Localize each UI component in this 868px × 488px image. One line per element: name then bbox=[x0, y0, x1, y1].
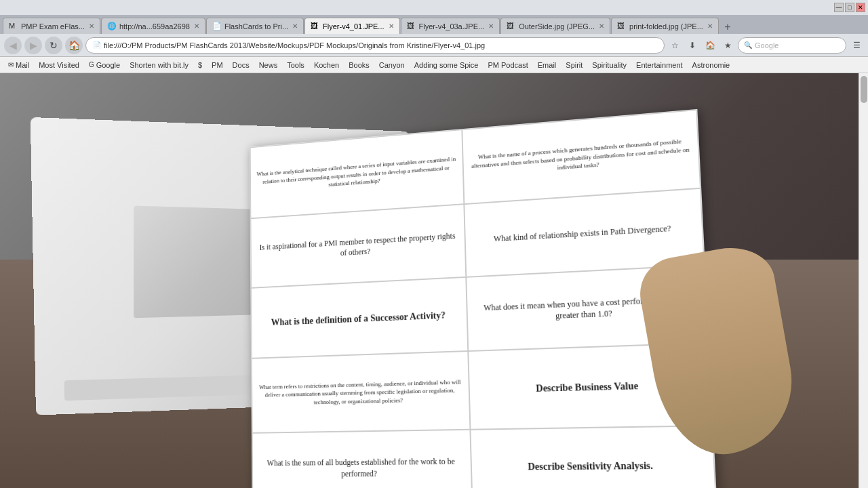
hand-shape bbox=[634, 241, 803, 464]
bookmark-canyon[interactable]: Canyon bbox=[375, 58, 409, 72]
bookmark-tools[interactable]: Tools bbox=[283, 58, 309, 72]
tab-gmail[interactable]: M PMP Exam eFlas... ✕ bbox=[3, 18, 100, 34]
maximize-button[interactable]: □ bbox=[845, 3, 854, 12]
address-text: file:///O:/PM Products/PM FlashCards 201… bbox=[104, 41, 657, 49]
bookmark-canyon-label: Canyon bbox=[379, 61, 405, 69]
bookmark-addspice[interactable]: Adding some Spice bbox=[410, 58, 483, 72]
tab-outerside-close[interactable]: ✕ bbox=[599, 22, 604, 30]
menu-button[interactable]: ☰ bbox=[849, 38, 864, 53]
bookmark-spirit[interactable]: Spirit bbox=[561, 58, 587, 72]
bookmark-entertainment[interactable]: Entertainment bbox=[632, 58, 686, 72]
tab-url-favicon: 🌐 bbox=[107, 22, 117, 31]
bookmark-spirituality[interactable]: Spirituality bbox=[588, 58, 631, 72]
home-button[interactable]: 🏠 bbox=[65, 37, 83, 54]
back-button[interactable]: ◀ bbox=[4, 37, 22, 54]
flyer-cell-1-text: What is the analytical technique called … bbox=[256, 155, 458, 195]
flyer-cell-2-text: What is the name of a process which gene… bbox=[469, 136, 692, 178]
bookmark-books[interactable]: Books bbox=[344, 58, 374, 72]
bookmark-pmpodcast[interactable]: PM Podcast bbox=[484, 58, 532, 72]
tab-active-label: Flyer-v4_01.JPE... bbox=[323, 22, 384, 30]
flyer-cell-4-text: What kind of relationship exists in Path… bbox=[494, 223, 671, 245]
flyer-cell-5: What is the definition of a Successor Ac… bbox=[251, 277, 468, 359]
title-bar: — □ ✕ bbox=[0, 0, 868, 15]
google-icon: G bbox=[89, 61, 94, 68]
new-tab-button[interactable]: + bbox=[719, 20, 736, 34]
tab-flyer03-label: Flyer-v4_03a.JPE... bbox=[419, 22, 485, 30]
bookmark-visited[interactable]: Most Visited bbox=[35, 58, 83, 72]
bookmark-email[interactable]: Email bbox=[534, 58, 561, 72]
bookmark-pm[interactable]: PM bbox=[208, 58, 227, 72]
tab-flashcards-label: FlashCards to Pri... bbox=[224, 22, 288, 30]
bookmark-google[interactable]: G Google bbox=[85, 58, 124, 72]
tab-active-favicon: 🖼 bbox=[311, 22, 320, 31]
tab-printfolded[interactable]: 🖼 print-folded.jpg (JPE... ✕ bbox=[611, 18, 719, 34]
bookmark-visited-label: Most Visited bbox=[39, 61, 79, 69]
bookmark-email-label: Email bbox=[538, 61, 557, 69]
chrome-window: — □ ✕ M PMP Exam eFlas... ✕ 🌐 http://na.… bbox=[0, 0, 868, 488]
flyer-cell-9: What is the sum of all budgets establish… bbox=[252, 430, 473, 488]
downloads-button[interactable]: ⬇ bbox=[685, 38, 700, 53]
bookmark-astronomie[interactable]: Astronomie bbox=[688, 58, 734, 72]
bookmark-pmpodcast-label: PM Podcast bbox=[488, 61, 528, 69]
bookmark-books-label: Books bbox=[349, 61, 370, 69]
tab-url[interactable]: 🌐 http://na...659aa2698 ✕ bbox=[101, 18, 205, 34]
bookmark-docs[interactable]: Docs bbox=[229, 58, 254, 72]
minimize-button[interactable]: — bbox=[834, 3, 844, 12]
content-area: What is the name of a process which gene… bbox=[0, 73, 868, 488]
tab-flyer03-close[interactable]: ✕ bbox=[488, 22, 494, 30]
tab-url-close[interactable]: ✕ bbox=[194, 22, 199, 30]
window-controls: — □ ✕ bbox=[834, 3, 865, 12]
flyer-cell-5-text: What is the definition of a Successor Ac… bbox=[271, 308, 446, 329]
home-btn2[interactable]: 🏠 bbox=[703, 38, 717, 53]
star-icon[interactable]: ★ bbox=[720, 38, 735, 53]
search-box[interactable]: 🔍 Google bbox=[738, 37, 846, 54]
tab-printfolded-favicon: 🖼 bbox=[617, 22, 627, 31]
flyer-cell-8-text: Describe Business Value bbox=[536, 379, 639, 395]
tab-printfolded-close[interactable]: ✕ bbox=[707, 22, 713, 30]
scrollbar[interactable] bbox=[859, 73, 868, 488]
bookmark-docs-label: Docs bbox=[233, 61, 250, 69]
flyer-cell-9-text: What is the sum of all budgets establish… bbox=[258, 455, 465, 480]
bookmark-news[interactable]: News bbox=[255, 58, 282, 72]
hand bbox=[651, 251, 787, 454]
search-placeholder: Google bbox=[755, 41, 778, 49]
bookmark-astronomie-label: Astronomie bbox=[692, 61, 730, 69]
scrollbar-thumb[interactable] bbox=[861, 76, 867, 103]
tab-gmail-label: PMP Exam eFlas... bbox=[21, 22, 85, 30]
tab-url-label: http://na...659aa2698 bbox=[119, 22, 190, 30]
close-button[interactable]: ✕ bbox=[856, 3, 865, 12]
bookmark-pm-label: PM bbox=[212, 61, 223, 69]
address-bar[interactable]: 📄 file:///O:/PM Products/PM FlashCards 2… bbox=[85, 37, 665, 54]
tab-flashcards-close[interactable]: ✕ bbox=[292, 22, 298, 30]
search-icon: 🔍 bbox=[744, 41, 752, 49]
flyer-cell-3-text: Is it aspirational for a PMI member to r… bbox=[256, 230, 460, 264]
tab-flyer03-favicon: 🖼 bbox=[407, 22, 416, 31]
toolbar: ◀ ▶ ↻ 🏠 📄 file:///O:/PM Products/PM Flas… bbox=[0, 34, 868, 57]
bookmark-kochen-label: Kochen bbox=[314, 61, 339, 69]
flyer-cell-10-text: Describe Sensitivity Analysis. bbox=[528, 459, 653, 474]
address-lock-icon: 📄 bbox=[93, 41, 101, 49]
tab-flyer03[interactable]: 🖼 Flyer-v4_03a.JPE... ✕ bbox=[401, 18, 500, 34]
tab-flashcards[interactable]: 📄 FlashCards to Pri... ✕ bbox=[206, 18, 304, 34]
tab-gmail-favicon: M bbox=[9, 22, 18, 31]
bookmark-shorten[interactable]: Shorten with bit.ly bbox=[125, 58, 193, 72]
reload-button[interactable]: ↻ bbox=[45, 37, 62, 54]
bookmark-button[interactable]: ☆ bbox=[667, 38, 682, 53]
bookmark-mail[interactable]: ✉ Mail bbox=[4, 58, 33, 72]
tab-gmail-close[interactable]: ✕ bbox=[89, 22, 94, 30]
bookmark-entertainment-label: Entertainment bbox=[636, 61, 682, 69]
bookmark-news-label: News bbox=[259, 61, 278, 69]
bookmark-dollar[interactable]: $ bbox=[194, 58, 206, 72]
tab-bar: M PMP Exam eFlas... ✕ 🌐 http://na...659a… bbox=[0, 15, 868, 34]
tab-outerside[interactable]: 🖼 OuterSide.jpg (JPEG... ✕ bbox=[500, 18, 610, 34]
forward-button[interactable]: ▶ bbox=[24, 37, 42, 54]
flyer-cell-7: What term refers to restrictions on the … bbox=[252, 351, 470, 432]
tab-active-close[interactable]: ✕ bbox=[389, 22, 394, 30]
bookmark-kochen[interactable]: Kochen bbox=[310, 58, 343, 72]
bookmark-dollar-label: $ bbox=[198, 61, 202, 69]
bookmark-mail-label: Mail bbox=[16, 61, 29, 69]
tab-flashcards-favicon: 📄 bbox=[212, 22, 222, 31]
tab-active[interactable]: 🖼 Flyer-v4_01.JPE... ✕ bbox=[304, 18, 399, 34]
tab-outerside-label: OuterSide.jpg (JPEG... bbox=[519, 22, 595, 30]
bookmark-spirit-label: Spirit bbox=[566, 61, 583, 69]
